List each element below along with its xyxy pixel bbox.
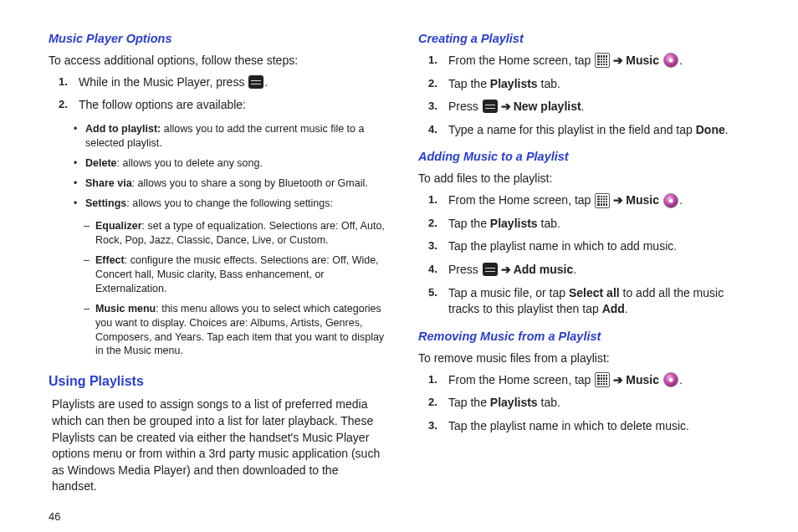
step-number: 2. <box>428 76 437 91</box>
arrow-icon: ➔ <box>613 372 623 389</box>
option-text: : allows you to share a song by Bluetoot… <box>132 177 368 189</box>
step-text: tab. <box>538 396 560 409</box>
page-columns: Music Player Options To access additiona… <box>49 30 756 500</box>
list-item: Share via: allows you to share a song by… <box>85 176 386 191</box>
step-text: . <box>581 100 585 113</box>
select-all-label: Select all <box>569 286 620 299</box>
step-text: Tap a music file, or tap <box>448 286 569 299</box>
music-icon <box>663 53 678 68</box>
list-item: 2. Tap the Playlists tab. <box>448 216 756 233</box>
list-item: Equalizer: set a type of equalization. S… <box>95 219 386 248</box>
step-text: Tap the <box>448 77 490 90</box>
subitem-label: Equalizer <box>95 220 142 232</box>
step-text: . <box>264 75 268 89</box>
creating-steps: 1. From the Home screen, tap ➔Music . 2.… <box>448 53 756 145</box>
step-text: . <box>625 302 628 315</box>
menu-icon <box>483 100 498 113</box>
mpo-steps: 1. While in the Music Player, press . 2.… <box>79 74 386 120</box>
mpo-options: Add to playlist: allows you to add the c… <box>85 122 386 216</box>
list-item: 2. Tap the Playlists tab. <box>448 76 756 93</box>
removing-steps: 1. From the Home screen, tap ➔Music . 2.… <box>448 372 756 442</box>
step-text: . <box>679 193 683 207</box>
option-label: Settings <box>85 197 126 209</box>
heading-creating-playlist: Creating a Playlist <box>418 32 756 45</box>
arrow-icon: ➔ <box>613 53 623 69</box>
step-text: Type a name for this playlist in the fie… <box>448 123 696 136</box>
heading-adding-music: Adding Music to a Playlist <box>418 150 756 163</box>
music-icon <box>663 193 678 208</box>
step-number: 2. <box>428 395 437 410</box>
list-item: 2. The follow options are available: <box>79 97 386 114</box>
list-item: Music menu: this menu allows you to sele… <box>95 302 386 359</box>
list-item: 2. Tap the Playlists tab. <box>448 395 756 412</box>
step-text: . <box>573 263 576 276</box>
list-item: 1. While in the Music Player, press . <box>79 74 386 91</box>
step-text: Tap the playlist name in which to delete… <box>448 419 689 432</box>
option-text: : allows you to change the following set… <box>126 197 333 209</box>
music-label: Music <box>626 54 659 67</box>
right-column: Creating a Playlist 1. From the Home scr… <box>418 30 756 500</box>
step-number: 1. <box>428 372 437 387</box>
apps-icon <box>595 193 610 208</box>
list-item: Delete: allows you to delete any song. <box>85 156 386 171</box>
step-number: 1. <box>428 192 437 207</box>
step-number: 2. <box>428 216 437 231</box>
list-item: 3. Tap the playlist name in which to del… <box>448 418 756 435</box>
add-label: Add <box>602 302 625 315</box>
arrow-icon: ➔ <box>613 192 623 209</box>
removing-intro: To remove music files from a playlist: <box>418 350 756 366</box>
subitem-text: : configure the music effects. Selection… <box>95 254 379 294</box>
apps-icon <box>595 372 610 387</box>
heading-music-player-options: Music Player Options <box>49 32 386 45</box>
list-item: 1. From the Home screen, tap ➔Music . <box>448 53 756 69</box>
list-item: Settings: allows you to change the follo… <box>85 197 386 211</box>
option-text: : allows you to delete any song. <box>117 157 263 169</box>
list-item: 1. From the Home screen, tap ➔Music . <box>448 372 756 389</box>
step-text: . <box>725 123 729 136</box>
subitem-label: Music menu <box>95 303 156 315</box>
list-item: Effect: configure the music effects. Sel… <box>95 253 386 296</box>
arrow-icon: ➔ <box>501 262 511 279</box>
step-text: tab. <box>538 77 560 90</box>
step-number: 2. <box>59 97 68 112</box>
music-label: Music <box>626 193 659 207</box>
step-number: 5. <box>428 285 437 300</box>
menu-icon <box>483 263 498 276</box>
step-number: 3. <box>428 99 437 114</box>
step-text: From the Home screen, tap <box>448 373 594 386</box>
step-number: 1. <box>59 74 68 90</box>
list-item: 5. Tap a music file, or tap Select all t… <box>448 285 756 318</box>
list-item: 4. Press ➔Add music. <box>448 262 756 279</box>
list-item: 3. Press ➔New playlist. <box>448 99 756 115</box>
adding-steps: 1. From the Home screen, tap ➔Music . 2.… <box>448 192 756 325</box>
step-text: From the Home screen, tap <box>448 193 594 207</box>
step-number: 4. <box>428 122 437 137</box>
list-item: 1. From the Home screen, tap ➔Music . <box>448 192 756 209</box>
step-number: 3. <box>428 238 437 253</box>
step-number: 1. <box>428 53 437 68</box>
subitem-label: Effect <box>95 254 125 266</box>
adding-intro: To add files to the playlist: <box>418 171 756 187</box>
option-label: Add to playlist: <box>85 123 161 135</box>
step-text: tab. <box>538 217 560 230</box>
page-number: 46 <box>49 510 756 523</box>
list-item: 3. Tap the playlist name in which to add… <box>448 238 756 255</box>
left-column: Music Player Options To access additiona… <box>49 30 386 500</box>
step-text: . <box>679 54 683 67</box>
step-number: 4. <box>428 262 437 277</box>
add-music-label: Add music <box>514 263 574 276</box>
list-item: Add to playlist: allows you to add the c… <box>85 122 386 151</box>
option-label: Share via <box>85 177 132 189</box>
step-text: The follow options are available: <box>79 98 246 111</box>
playlists-label: Playlists <box>490 217 538 230</box>
step-text: From the Home screen, tap <box>448 54 594 67</box>
step-number: 3. <box>428 418 437 433</box>
step-text: Press <box>448 100 482 113</box>
done-label: Done <box>696 123 725 136</box>
apps-icon <box>595 53 610 68</box>
list-item: 4. Type a name for this playlist in the … <box>448 122 756 139</box>
option-label: Delete <box>85 157 117 169</box>
step-text: Press <box>448 263 482 276</box>
heading-using-playlists: Using Playlists <box>49 374 386 389</box>
step-text: Tap the <box>448 396 490 409</box>
